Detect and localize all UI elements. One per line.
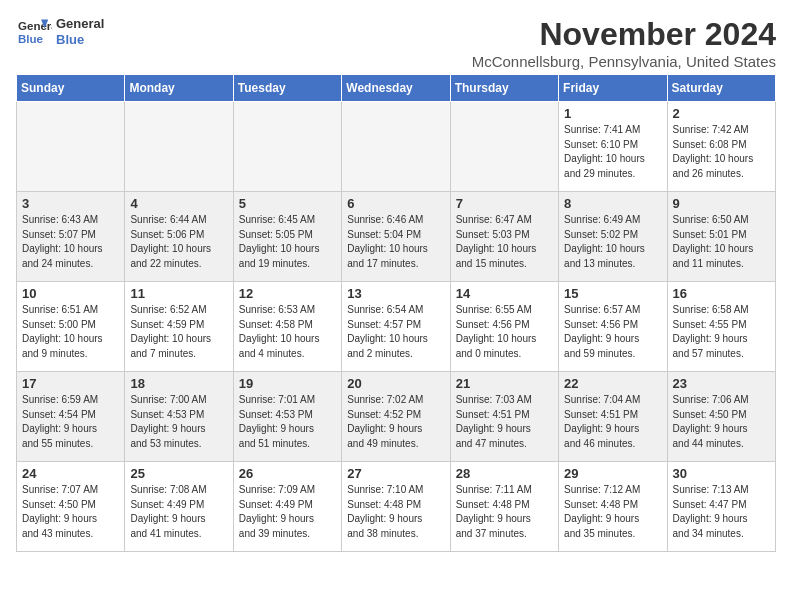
day-info: Sunrise: 6:55 AM Sunset: 4:56 PM Dayligh… (456, 303, 553, 361)
day-info: Sunrise: 7:08 AM Sunset: 4:49 PM Dayligh… (130, 483, 227, 541)
calendar-week-row: 24Sunrise: 7:07 AM Sunset: 4:50 PM Dayli… (17, 462, 776, 552)
day-number: 9 (673, 196, 770, 211)
weekday-header: Thursday (450, 75, 558, 102)
location-title: McConnellsburg, Pennsylvania, United Sta… (472, 53, 776, 70)
day-info: Sunrise: 7:00 AM Sunset: 4:53 PM Dayligh… (130, 393, 227, 451)
calendar-cell: 27Sunrise: 7:10 AM Sunset: 4:48 PM Dayli… (342, 462, 450, 552)
calendar-cell: 8Sunrise: 6:49 AM Sunset: 5:02 PM Daylig… (559, 192, 667, 282)
day-info: Sunrise: 7:07 AM Sunset: 4:50 PM Dayligh… (22, 483, 119, 541)
day-number: 3 (22, 196, 119, 211)
weekday-header: Saturday (667, 75, 775, 102)
day-info: Sunrise: 6:54 AM Sunset: 4:57 PM Dayligh… (347, 303, 444, 361)
day-number: 28 (456, 466, 553, 481)
calendar-cell (342, 102, 450, 192)
day-info: Sunrise: 6:50 AM Sunset: 5:01 PM Dayligh… (673, 213, 770, 271)
calendar-cell: 19Sunrise: 7:01 AM Sunset: 4:53 PM Dayli… (233, 372, 341, 462)
day-number: 10 (22, 286, 119, 301)
day-number: 29 (564, 466, 661, 481)
day-info: Sunrise: 6:49 AM Sunset: 5:02 PM Dayligh… (564, 213, 661, 271)
calendar-cell: 5Sunrise: 6:45 AM Sunset: 5:05 PM Daylig… (233, 192, 341, 282)
calendar-cell: 28Sunrise: 7:11 AM Sunset: 4:48 PM Dayli… (450, 462, 558, 552)
day-number: 20 (347, 376, 444, 391)
calendar-cell: 4Sunrise: 6:44 AM Sunset: 5:06 PM Daylig… (125, 192, 233, 282)
day-number: 30 (673, 466, 770, 481)
day-info: Sunrise: 6:45 AM Sunset: 5:05 PM Dayligh… (239, 213, 336, 271)
day-number: 17 (22, 376, 119, 391)
day-number: 6 (347, 196, 444, 211)
day-info: Sunrise: 7:42 AM Sunset: 6:08 PM Dayligh… (673, 123, 770, 181)
calendar-week-row: 1Sunrise: 7:41 AM Sunset: 6:10 PM Daylig… (17, 102, 776, 192)
day-number: 26 (239, 466, 336, 481)
calendar-cell: 11Sunrise: 6:52 AM Sunset: 4:59 PM Dayli… (125, 282, 233, 372)
day-info: Sunrise: 7:12 AM Sunset: 4:48 PM Dayligh… (564, 483, 661, 541)
day-info: Sunrise: 7:04 AM Sunset: 4:51 PM Dayligh… (564, 393, 661, 451)
calendar-cell: 24Sunrise: 7:07 AM Sunset: 4:50 PM Dayli… (17, 462, 125, 552)
calendar-cell: 3Sunrise: 6:43 AM Sunset: 5:07 PM Daylig… (17, 192, 125, 282)
calendar-table: SundayMondayTuesdayWednesdayThursdayFrid… (16, 74, 776, 552)
day-number: 11 (130, 286, 227, 301)
day-number: 14 (456, 286, 553, 301)
day-info: Sunrise: 7:41 AM Sunset: 6:10 PM Dayligh… (564, 123, 661, 181)
title-area: November 2024 McConnellsburg, Pennsylvan… (472, 16, 776, 70)
day-info: Sunrise: 6:58 AM Sunset: 4:55 PM Dayligh… (673, 303, 770, 361)
calendar-cell: 18Sunrise: 7:00 AM Sunset: 4:53 PM Dayli… (125, 372, 233, 462)
month-title: November 2024 (472, 16, 776, 53)
day-number: 5 (239, 196, 336, 211)
page-header: General Blue General Blue November 2024 … (16, 16, 776, 70)
calendar-cell: 29Sunrise: 7:12 AM Sunset: 4:48 PM Dayli… (559, 462, 667, 552)
calendar-cell: 23Sunrise: 7:06 AM Sunset: 4:50 PM Dayli… (667, 372, 775, 462)
day-info: Sunrise: 7:13 AM Sunset: 4:47 PM Dayligh… (673, 483, 770, 541)
logo-icon: General Blue (16, 16, 52, 48)
calendar-week-row: 17Sunrise: 6:59 AM Sunset: 4:54 PM Dayli… (17, 372, 776, 462)
calendar-cell: 20Sunrise: 7:02 AM Sunset: 4:52 PM Dayli… (342, 372, 450, 462)
calendar-week-row: 10Sunrise: 6:51 AM Sunset: 5:00 PM Dayli… (17, 282, 776, 372)
day-number: 4 (130, 196, 227, 211)
calendar-cell: 22Sunrise: 7:04 AM Sunset: 4:51 PM Dayli… (559, 372, 667, 462)
day-info: Sunrise: 6:57 AM Sunset: 4:56 PM Dayligh… (564, 303, 661, 361)
day-number: 19 (239, 376, 336, 391)
calendar-cell: 7Sunrise: 6:47 AM Sunset: 5:03 PM Daylig… (450, 192, 558, 282)
weekday-header: Friday (559, 75, 667, 102)
weekday-header: Tuesday (233, 75, 341, 102)
day-info: Sunrise: 6:51 AM Sunset: 5:00 PM Dayligh… (22, 303, 119, 361)
day-number: 13 (347, 286, 444, 301)
calendar-header-row: SundayMondayTuesdayWednesdayThursdayFrid… (17, 75, 776, 102)
calendar-cell (17, 102, 125, 192)
svg-text:Blue: Blue (18, 33, 44, 45)
calendar-cell: 12Sunrise: 6:53 AM Sunset: 4:58 PM Dayli… (233, 282, 341, 372)
day-number: 12 (239, 286, 336, 301)
day-info: Sunrise: 6:53 AM Sunset: 4:58 PM Dayligh… (239, 303, 336, 361)
day-number: 25 (130, 466, 227, 481)
day-info: Sunrise: 7:06 AM Sunset: 4:50 PM Dayligh… (673, 393, 770, 451)
day-number: 2 (673, 106, 770, 121)
weekday-header: Monday (125, 75, 233, 102)
calendar-cell (233, 102, 341, 192)
calendar-cell (450, 102, 558, 192)
day-info: Sunrise: 7:10 AM Sunset: 4:48 PM Dayligh… (347, 483, 444, 541)
calendar-cell: 10Sunrise: 6:51 AM Sunset: 5:00 PM Dayli… (17, 282, 125, 372)
calendar-cell: 9Sunrise: 6:50 AM Sunset: 5:01 PM Daylig… (667, 192, 775, 282)
day-number: 18 (130, 376, 227, 391)
calendar-week-row: 3Sunrise: 6:43 AM Sunset: 5:07 PM Daylig… (17, 192, 776, 282)
day-info: Sunrise: 6:46 AM Sunset: 5:04 PM Dayligh… (347, 213, 444, 271)
day-number: 27 (347, 466, 444, 481)
weekday-header: Sunday (17, 75, 125, 102)
calendar-cell: 13Sunrise: 6:54 AM Sunset: 4:57 PM Dayli… (342, 282, 450, 372)
day-number: 15 (564, 286, 661, 301)
day-info: Sunrise: 7:09 AM Sunset: 4:49 PM Dayligh… (239, 483, 336, 541)
calendar-cell: 25Sunrise: 7:08 AM Sunset: 4:49 PM Dayli… (125, 462, 233, 552)
day-info: Sunrise: 6:52 AM Sunset: 4:59 PM Dayligh… (130, 303, 227, 361)
day-number: 21 (456, 376, 553, 391)
day-info: Sunrise: 6:59 AM Sunset: 4:54 PM Dayligh… (22, 393, 119, 451)
day-info: Sunrise: 7:02 AM Sunset: 4:52 PM Dayligh… (347, 393, 444, 451)
day-info: Sunrise: 7:11 AM Sunset: 4:48 PM Dayligh… (456, 483, 553, 541)
logo: General Blue General Blue (16, 16, 104, 48)
day-info: Sunrise: 6:44 AM Sunset: 5:06 PM Dayligh… (130, 213, 227, 271)
day-number: 24 (22, 466, 119, 481)
calendar-cell: 1Sunrise: 7:41 AM Sunset: 6:10 PM Daylig… (559, 102, 667, 192)
day-number: 23 (673, 376, 770, 391)
calendar-cell: 6Sunrise: 6:46 AM Sunset: 5:04 PM Daylig… (342, 192, 450, 282)
calendar-cell: 14Sunrise: 6:55 AM Sunset: 4:56 PM Dayli… (450, 282, 558, 372)
calendar-cell: 2Sunrise: 7:42 AM Sunset: 6:08 PM Daylig… (667, 102, 775, 192)
weekday-header: Wednesday (342, 75, 450, 102)
